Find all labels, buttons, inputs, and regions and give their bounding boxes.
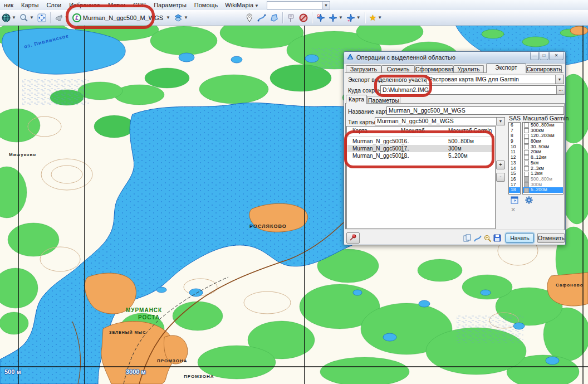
map-label: МУРМАНСК (126, 307, 162, 313)
goto-position-button[interactable] (315, 12, 326, 23)
map-name-input[interactable]: Murman_N_ggc500_M_WGS (386, 106, 564, 115)
goto-selection-button[interactable]: ▼ (345, 12, 362, 23)
goto-icon (329, 13, 337, 22)
checkbox-icon[interactable] (524, 128, 529, 133)
chevron-down-icon: ▼ (166, 15, 170, 20)
start-button[interactable]: Начать (506, 233, 534, 243)
menu-combobox[interactable]: ▼ (267, 1, 330, 9)
garmin-scale-item[interactable]: 120..200км (523, 133, 563, 139)
garmin-scale-list[interactable]: 500..800км 300км 120..200км 80км 30..50к… (522, 122, 564, 195)
fullscreen-icon (37, 13, 46, 22)
placemark-icon (245, 13, 254, 22)
star-icon: ★ (369, 13, 376, 22)
map-type-value: Murman_N_ggc500_M_WGS (377, 118, 454, 124)
checkbox-icon[interactable] (524, 166, 529, 171)
menu-item-wikimapia[interactable]: WikiMapia▼ (222, 1, 262, 9)
toolbar-separator (312, 12, 312, 23)
garmin-scale-item[interactable]: 30..50км (523, 144, 563, 150)
menu-item[interactable]: Параметры (150, 1, 190, 9)
checkbox-icon[interactable] (524, 155, 529, 160)
dialog-tab-Загрузить[interactable]: Загрузить (346, 65, 381, 73)
dialog-titlebar[interactable]: Операции с выделенной областью — □ ✕ (344, 52, 565, 64)
map-label: 3000 м (126, 368, 146, 375)
dialog-tab-Экспорт[interactable]: Экспорт (486, 64, 526, 73)
no-entry-icon (299, 13, 308, 22)
garmin-scale-item[interactable]: 2..3км (523, 166, 563, 172)
dialog-tab-Склеить[interactable]: Склеить (381, 65, 415, 73)
menu-item[interactable]: Слои (42, 1, 65, 9)
garmin-scale-item[interactable]: 500..800м (523, 177, 563, 182)
checkbox-icon[interactable] (524, 144, 529, 149)
app-icon (346, 54, 354, 61)
favorites-button[interactable]: ★ ▼ (368, 12, 383, 23)
map-type-combobox[interactable]: Murman_N_ggc500_M_WGS ▼ (375, 117, 505, 125)
annotation-toolbar-map-selector (66, 4, 155, 29)
export-format-combobox[interactable]: Растровая карта IMG для Garmin ▼ (427, 75, 564, 84)
browse-button[interactable]: ... (556, 85, 565, 95)
checkbox-icon[interactable] (524, 139, 529, 144)
garmin-scale-item[interactable]: 5..200м (523, 187, 563, 193)
dialog-tab-Скопировать[interactable]: Скопировать (526, 65, 562, 73)
goto-icon (346, 13, 355, 22)
floppy-icon (493, 234, 501, 242)
placemark-button[interactable] (244, 12, 255, 23)
add-zoom-button[interactable]: + (496, 161, 505, 169)
pushpin-icon (349, 234, 357, 241)
zoom-tool-button[interactable]: ▼ (18, 12, 35, 23)
checkbox-icon[interactable] (524, 134, 529, 139)
fullscreen-button[interactable] (36, 12, 47, 23)
x-icon: ✕ (511, 206, 516, 213)
copy-selection-button[interactable] (463, 234, 471, 242)
checkbox-icon[interactable] (524, 188, 529, 193)
map-label: Мишуково (9, 152, 36, 157)
zoom-selection-button[interactable] (484, 235, 492, 242)
remove-zoom-button[interactable]: - (496, 173, 505, 182)
settings-button[interactable] (525, 196, 533, 204)
menu-item[interactable]: Карты (17, 1, 42, 9)
chevron-down-icon[interactable]: ▼ (322, 2, 330, 9)
checkbox-icon[interactable] (524, 161, 529, 166)
checkbox-icon[interactable] (524, 123, 529, 128)
clear-button[interactable]: ✕ (511, 206, 518, 214)
satellite-dish-icon (55, 13, 63, 22)
save-selection-button[interactable] (493, 234, 501, 242)
signpost-button[interactable] (286, 12, 297, 23)
magnifier-icon (19, 13, 28, 22)
chevron-down-icon: ▼ (356, 15, 361, 20)
layers-button[interactable]: ▼ (173, 12, 189, 23)
garmin-scale-item[interactable]: 8..12км (523, 155, 563, 161)
path-icon (257, 13, 266, 22)
checkbox-icon[interactable] (524, 150, 529, 155)
dialog-tab-Удалить[interactable]: Удалить (453, 65, 484, 73)
checkbox-icon[interactable] (524, 177, 529, 182)
chevron-down-icon[interactable]: ▼ (496, 118, 504, 125)
goto-marker-button[interactable]: ▼ (327, 12, 344, 23)
checkbox-icon[interactable] (524, 172, 529, 177)
checkbox-icon[interactable] (524, 182, 529, 187)
forbid-button[interactable] (298, 12, 309, 23)
layout-settings-button[interactable] (511, 196, 518, 204)
cancel-button[interactable]: Отменить (537, 233, 565, 243)
close-button[interactable]: ✕ (549, 52, 564, 60)
inner-tab-Карта[interactable]: Карта (346, 95, 367, 104)
menu-item[interactable]: ник (0, 1, 17, 9)
pin-dialog-button[interactable] (346, 232, 360, 244)
map-label: РОСТА (138, 314, 160, 320)
globe-button[interactable]: ▼ (1, 12, 17, 23)
sas-zoom-list[interactable]: 6789101112131415161718 (508, 122, 521, 195)
dialog-title: Операции с выделенной областью (356, 54, 455, 61)
path-button[interactable] (256, 12, 267, 23)
chevron-down-icon[interactable]: ▼ (555, 75, 564, 84)
menu-item[interactable]: Помощь (190, 1, 222, 9)
maximize-button[interactable]: □ (540, 52, 548, 60)
map-label: ЗЕЛЕНЫЙ МЫС (109, 330, 146, 334)
signpost-icon (287, 13, 296, 22)
minimize-button[interactable]: — (530, 52, 539, 60)
dialog-tab-bar: ЗагрузитьСклеитьСформироватьУдалитьЭкспо… (344, 64, 565, 72)
polygon-button[interactable] (268, 12, 280, 23)
map-label: ПРОМЗОНА (157, 358, 188, 363)
dialog-tab-Сформировать[interactable]: Сформировать (415, 65, 453, 73)
edit-path-button[interactable] (474, 235, 482, 242)
chevron-down-icon: ▼ (30, 15, 34, 20)
sas-zoom-item[interactable]: 18 (509, 187, 520, 193)
